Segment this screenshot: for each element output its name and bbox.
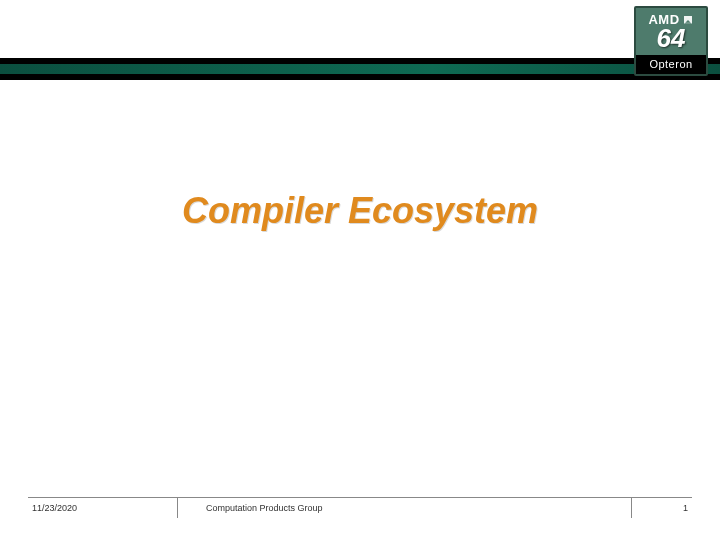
logo-product-label: Opteron [636, 55, 706, 74]
footer-date: 11/23/2020 [28, 498, 178, 518]
amd-opteron-logo: AMD 64 Opteron [634, 6, 708, 76]
slide-header: AMD 64 Opteron [0, 0, 720, 84]
amd-arrow-icon [682, 14, 694, 26]
slide-title: Compiler Ecosystem [0, 190, 720, 232]
footer-page-number: 1 [632, 498, 692, 518]
slide-footer: 11/23/2020 Computation Products Group 1 [28, 497, 692, 518]
footer-group: Computation Products Group [178, 498, 632, 518]
logo-number: 64 [636, 25, 706, 51]
slide: AMD 64 Opteron Compiler Ecosystem 11/23/… [0, 0, 720, 540]
header-bar [0, 58, 720, 80]
